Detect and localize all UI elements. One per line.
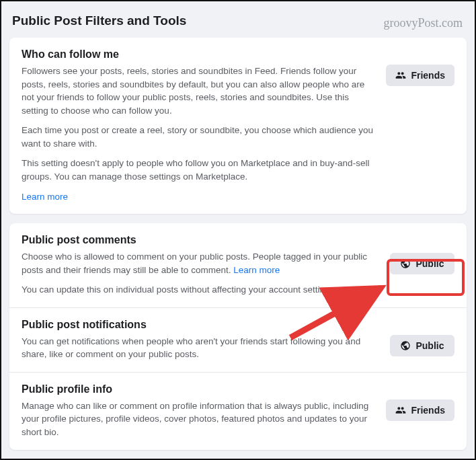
follow-paragraph-3: This setting doesn't apply to people who… [22, 157, 376, 183]
section-text-follow: Followers see your posts, reels, stories… [22, 65, 376, 203]
notifications-paragraph-1: You can get notifications when people wh… [22, 335, 381, 361]
globe-icon [400, 258, 411, 269]
follow-learn-more-link[interactable]: Learn more [22, 192, 68, 202]
section-title-comments: Public post comments [22, 234, 454, 246]
notifications-button-label: Public [415, 340, 444, 351]
section-title-follow: Who can follow me [22, 48, 454, 61]
section-text-comments: Choose who is allowed to comment on your… [22, 250, 381, 297]
follow-button-label: Friends [411, 70, 445, 81]
section-comments: Public post comments Choose who is allow… [9, 223, 467, 307]
app-frame: groovyPost.com Public Post Filters and T… [0, 0, 476, 460]
section-body-profile: Manage who can like or comment on profil… [22, 399, 454, 439]
profile-paragraph-1: Manage who can like or comment on profil… [22, 399, 376, 439]
comments-p1-text: Choose who is allowed to comment on your… [22, 252, 367, 275]
section-title-notifications: Public post notifications [22, 319, 454, 331]
comments-audience-button[interactable]: Public [390, 253, 454, 274]
section-body-notifications: You can get notifications when people wh… [22, 335, 454, 361]
section-body-comments: Choose who is allowed to comment on your… [22, 250, 454, 297]
follow-paragraph-1: Followers see your posts, reels, stories… [22, 65, 376, 117]
section-body-follow: Followers see your posts, reels, stories… [22, 65, 454, 203]
profile-audience-button[interactable]: Friends [386, 399, 454, 421]
comments-paragraph-2: You can update this on individual posts … [22, 283, 381, 297]
follow-audience-button[interactable]: Friends [386, 65, 454, 86]
comments-learn-more-link[interactable]: Learn more [233, 265, 280, 275]
section-title-profile: Public profile info [22, 383, 454, 395]
friends-icon [395, 405, 406, 416]
section-text-notifications: You can get notifications when people wh… [22, 335, 381, 361]
section-notifications: Public post notifications You can get no… [9, 307, 467, 372]
comments-paragraph-1: Choose who is allowed to comment on your… [22, 250, 381, 276]
section-profile: Public profile info Manage who can like … [9, 372, 467, 450]
follow-paragraph-2: Each time you post or create a reel, sto… [22, 124, 376, 150]
card-follow: Who can follow me Followers see your pos… [9, 38, 467, 214]
friends-icon [395, 70, 406, 81]
section-follow: Who can follow me Followers see your pos… [9, 38, 467, 214]
section-text-profile: Manage who can like or comment on profil… [22, 399, 376, 439]
profile-button-label: Friends [411, 405, 445, 416]
notifications-audience-button[interactable]: Public [390, 335, 454, 356]
card-public-settings: Public post comments Choose who is allow… [9, 223, 467, 450]
globe-icon [400, 340, 411, 351]
watermark: groovyPost.com [383, 16, 463, 30]
comments-button-label: Public [415, 258, 444, 269]
